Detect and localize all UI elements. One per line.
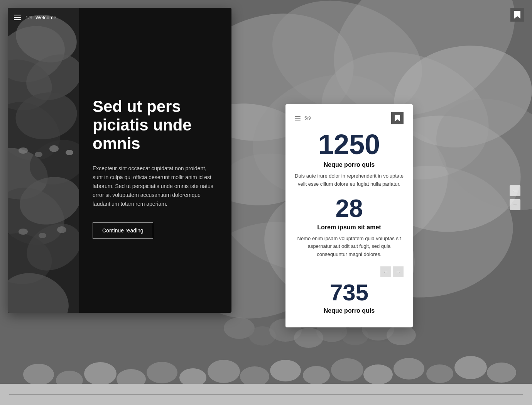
left-page-indicator: 1/9 xyxy=(25,15,32,20)
svg-point-56 xyxy=(19,229,28,235)
svg-marker-60 xyxy=(395,115,400,122)
bottom-bar xyxy=(0,384,532,405)
top-right-bookmark-button[interactable] xyxy=(510,8,524,22)
stat-2-number: 28 xyxy=(295,196,404,221)
stat-2-label: Lorem ipsum sit amet xyxy=(295,224,404,231)
svg-point-21 xyxy=(387,325,416,345)
nav-arrow-right[interactable]: → xyxy=(393,266,404,277)
svg-point-57 xyxy=(39,233,46,238)
stat-3-label: Neque porro quis xyxy=(295,307,404,314)
stat-1-number: 1250 xyxy=(295,130,404,158)
right-stats-card: 5/9 1250 Neque porro quis Duis aute irur… xyxy=(285,104,413,327)
stat-1-body: Duis aute irure dolor in reprehenderit i… xyxy=(295,172,404,188)
svg-point-22 xyxy=(23,364,54,385)
right-card-header: 5/9 xyxy=(295,112,404,124)
svg-marker-59 xyxy=(514,11,520,19)
stat-3-number: 735 xyxy=(295,281,404,304)
svg-point-37 xyxy=(487,363,516,383)
svg-point-55 xyxy=(66,150,73,155)
far-nav-arrow-left[interactable]: ← xyxy=(510,185,520,196)
left-card-content: Sed ut pers piciatis unde omnis Excepteu… xyxy=(77,8,231,313)
stat-2-block: 28 Lorem ipsum sit amet Nemo enim ipsam … xyxy=(295,196,404,259)
stat-3-block: 735 Neque porro quis xyxy=(295,281,404,314)
stat-2-nav-arrows: ← → xyxy=(295,266,404,277)
nav-arrow-left[interactable]: ← xyxy=(380,266,391,277)
stat-1-block: 1250 Neque porro quis Duis aute irure do… xyxy=(295,130,404,188)
svg-point-53 xyxy=(35,152,42,157)
svg-point-58 xyxy=(57,226,66,233)
svg-point-34 xyxy=(394,358,424,380)
svg-point-26 xyxy=(147,362,177,383)
right-bookmark-button[interactable] xyxy=(391,112,404,124)
svg-point-32 xyxy=(331,358,363,381)
left-hamburger-menu[interactable] xyxy=(14,15,21,20)
svg-point-33 xyxy=(363,364,393,385)
stat-1-label: Neque porro quis xyxy=(295,161,404,168)
main-heading: Sed ut pers piciatis unde omnis xyxy=(93,97,216,153)
left-card-image xyxy=(8,8,79,313)
left-card-header: 1/9 Welcome xyxy=(8,8,231,27)
svg-point-28 xyxy=(208,360,240,383)
bottom-line xyxy=(9,394,523,395)
left-page-title: Welcome xyxy=(35,15,56,20)
right-hamburger-menu[interactable] xyxy=(295,116,301,120)
svg-point-24 xyxy=(84,362,117,385)
far-right-navigation: ← → xyxy=(510,185,520,210)
svg-point-31 xyxy=(303,366,330,385)
svg-point-54 xyxy=(49,145,59,152)
left-card: 1/9 Welcome Sed ut pers piciatis unde om… xyxy=(8,8,231,313)
svg-point-35 xyxy=(426,364,453,383)
svg-point-36 xyxy=(454,356,487,379)
stat-2-body: Nemo enim ipsam voluptatem quia voluptas… xyxy=(295,235,404,259)
continue-reading-button[interactable]: Continue reading xyxy=(93,222,153,239)
far-nav-arrow-right[interactable]: → xyxy=(510,199,520,210)
right-page-indicator: 5/9 xyxy=(304,115,391,121)
svg-point-52 xyxy=(19,147,28,154)
main-body-text: Excepteur sint occaecat cupidatat non pr… xyxy=(93,164,216,208)
svg-point-30 xyxy=(270,360,301,381)
